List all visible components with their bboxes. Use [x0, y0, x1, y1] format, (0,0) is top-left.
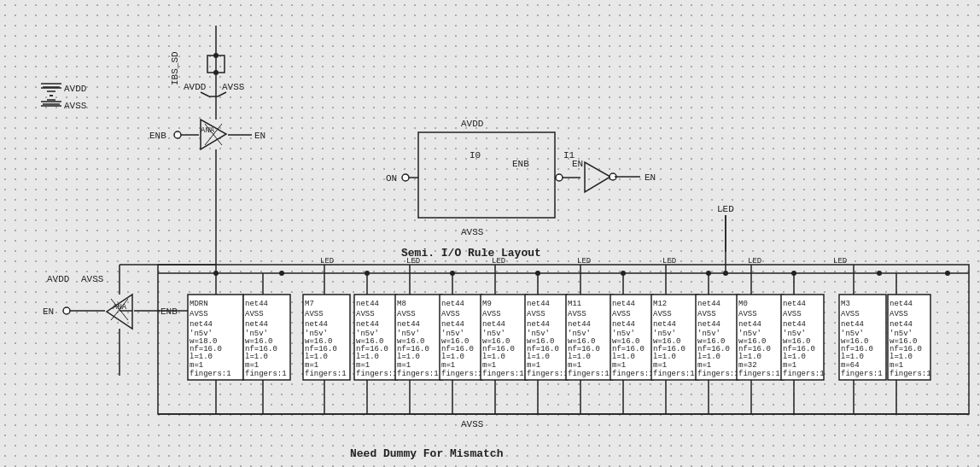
box-en-label: EN [572, 159, 583, 169]
cell14-net44: net44 [783, 300, 806, 308]
cell12-net44b: net44 [697, 320, 720, 329]
svg-point-12 [213, 53, 219, 58]
box-avss-label: AVSS [461, 227, 484, 237]
m3-params5: m=64 [841, 361, 860, 370]
cell10-net44: net44 [612, 300, 635, 308]
svg-point-13 [213, 70, 219, 75]
m0-params4: l=1.0 [738, 353, 761, 361]
m8-avss: AVSS [397, 310, 416, 318]
m8-label: M8 [397, 300, 406, 308]
right-en-label: EN [645, 172, 656, 183]
cell6-avss: AVSS [441, 310, 460, 318]
cell10-params5: m=1 [612, 361, 626, 370]
cell1-avss: AVSS [190, 310, 208, 318]
cell2-fingers: fingers:1 [245, 370, 287, 378]
led-m8-label: LED [406, 257, 420, 266]
box-avdd-label: AVDD [461, 119, 484, 129]
m7-label: M7 [305, 300, 314, 308]
led-m7-label: LED [320, 257, 334, 266]
m9-fingers: fingers:1 [482, 370, 524, 378]
m7-params4: l=1.0 [305, 353, 328, 361]
m0-avss: AVSS [738, 310, 757, 318]
m12-fingers: fingers:1 [653, 370, 695, 378]
semi-io-title: Semi. I/O Rule Layout [401, 247, 541, 260]
m12-label: M12 [653, 300, 667, 308]
m3-fingers: fingers:1 [841, 370, 883, 378]
led-m12-label: LED [662, 257, 676, 266]
svg-point-21 [174, 131, 181, 138]
m9-net44: net44 [482, 320, 505, 329]
cell10-avss: AVSS [612, 310, 631, 318]
m11-params5: m=1 [568, 361, 581, 370]
m3-params4: l=1.0 [841, 353, 864, 361]
svg-line-16 [218, 92, 226, 96]
top-led-label: LED [717, 204, 734, 214]
cell8-net44b: net44 [527, 320, 550, 329]
cell8-params4: l=1.0 [527, 353, 550, 361]
cell4-net44: net44 [356, 300, 379, 308]
cell2-net44: net44 [245, 300, 268, 308]
cell16-net44b: net44 [890, 320, 913, 329]
m3-avss: AVSS [841, 310, 860, 318]
cell8-avss: AVSS [527, 310, 545, 318]
m7-params5: m=1 [305, 361, 318, 370]
m11-net44: net44 [568, 320, 591, 329]
cell2-params4: l=1.0 [245, 353, 268, 361]
cell4-params4: l=1.0 [356, 353, 379, 361]
cell12-net44: net44 [697, 300, 720, 308]
cell6-net44b: net44 [441, 320, 464, 329]
cell4-net44b: net44 [356, 320, 379, 329]
cell6-params5: m=1 [441, 361, 455, 370]
m9-params4: l=1.0 [482, 353, 505, 361]
svg-rect-25 [418, 132, 555, 218]
cell4-params5: m=1 [356, 361, 370, 370]
m7-net44: net44 [305, 320, 328, 329]
cell8-net44: net44 [527, 300, 550, 308]
dummy-mismatch-note: Need Dummy For Mismatch [350, 447, 504, 460]
m12-params5: m=1 [653, 361, 667, 370]
on-label: ON [386, 173, 397, 184]
m0-fingers: fingers:1 [738, 370, 780, 378]
cell14-params4: l=1.0 [783, 353, 806, 361]
led-m9-label: LED [492, 257, 505, 266]
cell1-fingers: fingers:1 [190, 370, 231, 378]
left-en-label: EN [43, 306, 54, 317]
m11-params4: l=1.0 [568, 353, 591, 361]
cell2-params5: m=1 [245, 361, 259, 370]
m12-params4: l=1.0 [653, 353, 676, 361]
svg-point-109 [723, 271, 728, 276]
m12-net44: net44 [653, 320, 676, 329]
ibs-sd-label: IBS_SD [170, 51, 180, 85]
cell16-params4: l=1.0 [890, 353, 913, 361]
m11-fingers: fingers:1 [568, 370, 610, 378]
m9-params5: m=1 [482, 361, 496, 370]
cell6-fingers: fingers:1 [441, 370, 483, 378]
svg-point-54 [945, 271, 950, 276]
cell1-net44: net44 [190, 320, 213, 329]
top-enb-label: ENB [149, 131, 166, 141]
schematic-view: AVDD AVSS IBS_SD AVDD AVSS ANA ENB EN AV… [0, 0, 980, 467]
left-enb-label: ENB [160, 306, 178, 317]
top-avss-label: AVSS [222, 82, 245, 92]
cell1-params4: l=1.0 [190, 353, 213, 361]
cell2-net44b: net44 [245, 320, 268, 329]
cell14-fingers: fingers:1 [783, 370, 825, 378]
cell16-params5: m=1 [890, 361, 903, 370]
cell10-params4: l=1.0 [612, 353, 635, 361]
left-avss-label: AVSS [81, 274, 104, 284]
cell16-avss: AVSS [890, 310, 908, 318]
cell8-fingers: fingers:1 [527, 370, 569, 378]
cell12-params5: m=1 [697, 361, 711, 370]
m0-net44: net44 [738, 320, 761, 329]
led-m11-label: LED [577, 257, 591, 266]
mdrn-label: MDRN [190, 300, 208, 308]
left-avdd-label: AVDD [47, 274, 70, 284]
m3-label: M3 [841, 300, 850, 308]
cell12-params4: l=1.0 [697, 353, 720, 361]
svg-point-53 [877, 271, 882, 276]
svg-point-46 [279, 271, 284, 276]
cell12-avss: AVSS [697, 310, 716, 318]
legend-avss: AVSS [64, 101, 87, 111]
led-m3-label: LED [833, 257, 847, 266]
m8-params5: m=1 [397, 361, 411, 370]
